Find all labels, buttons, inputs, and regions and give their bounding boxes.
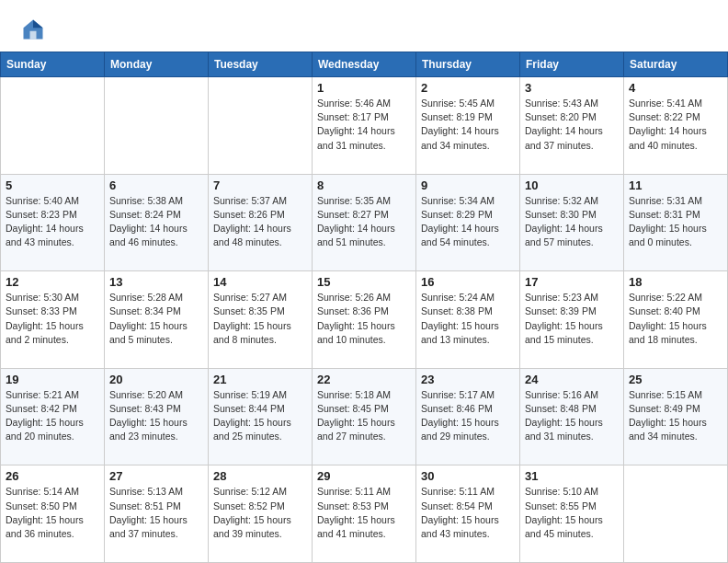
day-number: 27 bbox=[109, 469, 203, 483]
day-cell-5: 5Sunrise: 5:40 AMSunset: 8:23 PMDaylight… bbox=[1, 174, 105, 271]
day-number: 18 bbox=[629, 275, 722, 289]
day-info: Sunrise: 5:41 AMSunset: 8:22 PMDaylight:… bbox=[629, 97, 722, 153]
day-number: 11 bbox=[629, 178, 722, 192]
page: SundayMondayTuesdayWednesdayThursdayFrid… bbox=[0, 0, 728, 563]
day-info: Sunrise: 5:18 AMSunset: 8:45 PMDaylight:… bbox=[317, 388, 411, 444]
empty-cell bbox=[624, 465, 728, 563]
day-cell-26: 26Sunrise: 5:14 AMSunset: 8:50 PMDayligh… bbox=[1, 465, 105, 563]
day-cell-11: 11Sunrise: 5:31 AMSunset: 8:31 PMDayligh… bbox=[624, 174, 728, 271]
day-info: Sunrise: 5:45 AMSunset: 8:19 PMDaylight:… bbox=[421, 97, 515, 153]
day-info: Sunrise: 5:10 AMSunset: 8:55 PMDaylight:… bbox=[525, 485, 619, 541]
logo bbox=[20, 17, 50, 42]
day-number: 30 bbox=[421, 469, 515, 483]
day-cell-18: 18Sunrise: 5:22 AMSunset: 8:40 PMDayligh… bbox=[624, 271, 728, 369]
empty-cell bbox=[209, 77, 313, 175]
day-cell-2: 2Sunrise: 5:45 AMSunset: 8:19 PMDaylight… bbox=[416, 77, 520, 175]
header-day-wednesday: Wednesday bbox=[313, 52, 416, 77]
svg-marker-1 bbox=[33, 20, 43, 29]
header-day-sunday: Sunday bbox=[1, 52, 105, 77]
day-info: Sunrise: 5:43 AMSunset: 8:20 PMDaylight:… bbox=[525, 97, 619, 153]
day-number: 14 bbox=[213, 275, 307, 289]
day-cell-6: 6Sunrise: 5:38 AMSunset: 8:24 PMDaylight… bbox=[105, 174, 209, 271]
logo-icon bbox=[20, 17, 46, 42]
day-number: 13 bbox=[109, 275, 203, 289]
day-cell-10: 10Sunrise: 5:32 AMSunset: 8:30 PMDayligh… bbox=[520, 174, 624, 271]
day-cell-8: 8Sunrise: 5:35 AMSunset: 8:27 PMDaylight… bbox=[313, 174, 416, 271]
day-number: 3 bbox=[525, 81, 619, 95]
day-cell-12: 12Sunrise: 5:30 AMSunset: 8:33 PMDayligh… bbox=[1, 271, 105, 369]
day-cell-17: 17Sunrise: 5:23 AMSunset: 8:39 PMDayligh… bbox=[520, 271, 624, 369]
day-number: 25 bbox=[629, 373, 722, 386]
header-day-saturday: Saturday bbox=[624, 52, 728, 77]
day-number: 26 bbox=[6, 469, 99, 483]
day-number: 16 bbox=[421, 275, 515, 289]
empty-cell bbox=[1, 77, 105, 175]
day-cell-24: 24Sunrise: 5:16 AMSunset: 8:48 PMDayligh… bbox=[520, 368, 624, 465]
day-number: 15 bbox=[317, 275, 411, 289]
week-row-4: 19Sunrise: 5:21 AMSunset: 8:42 PMDayligh… bbox=[1, 368, 728, 465]
day-cell-28: 28Sunrise: 5:12 AMSunset: 8:52 PMDayligh… bbox=[209, 465, 313, 563]
day-cell-15: 15Sunrise: 5:26 AMSunset: 8:36 PMDayligh… bbox=[313, 271, 416, 369]
day-number: 24 bbox=[525, 373, 619, 386]
week-row-5: 26Sunrise: 5:14 AMSunset: 8:50 PMDayligh… bbox=[1, 465, 728, 563]
day-cell-30: 30Sunrise: 5:11 AMSunset: 8:54 PMDayligh… bbox=[416, 465, 520, 563]
day-number: 31 bbox=[525, 469, 619, 483]
day-info: Sunrise: 5:16 AMSunset: 8:48 PMDaylight:… bbox=[525, 388, 619, 444]
day-cell-22: 22Sunrise: 5:18 AMSunset: 8:45 PMDayligh… bbox=[313, 368, 416, 465]
day-info: Sunrise: 5:11 AMSunset: 8:53 PMDaylight:… bbox=[317, 485, 411, 541]
day-cell-9: 9Sunrise: 5:34 AMSunset: 8:29 PMDaylight… bbox=[416, 174, 520, 271]
day-info: Sunrise: 5:17 AMSunset: 8:46 PMDaylight:… bbox=[421, 388, 515, 444]
day-cell-13: 13Sunrise: 5:28 AMSunset: 8:34 PMDayligh… bbox=[105, 271, 209, 369]
day-cell-20: 20Sunrise: 5:20 AMSunset: 8:43 PMDayligh… bbox=[105, 368, 209, 465]
day-info: Sunrise: 5:20 AMSunset: 8:43 PMDaylight:… bbox=[109, 388, 203, 444]
day-info: Sunrise: 5:12 AMSunset: 8:52 PMDaylight:… bbox=[213, 485, 307, 541]
day-number: 8 bbox=[317, 178, 411, 192]
week-row-1: 1Sunrise: 5:46 AMSunset: 8:17 PMDaylight… bbox=[1, 77, 728, 175]
day-number: 29 bbox=[317, 469, 411, 483]
day-cell-7: 7Sunrise: 5:37 AMSunset: 8:26 PMDaylight… bbox=[209, 174, 313, 271]
day-cell-14: 14Sunrise: 5:27 AMSunset: 8:35 PMDayligh… bbox=[209, 271, 313, 369]
day-number: 1 bbox=[317, 81, 411, 95]
day-cell-16: 16Sunrise: 5:24 AMSunset: 8:38 PMDayligh… bbox=[416, 271, 520, 369]
day-number: 6 bbox=[109, 178, 203, 192]
day-number: 12 bbox=[6, 275, 99, 289]
day-number: 22 bbox=[317, 373, 411, 386]
day-cell-23: 23Sunrise: 5:17 AMSunset: 8:46 PMDayligh… bbox=[416, 368, 520, 465]
day-number: 19 bbox=[6, 373, 99, 386]
header-day-thursday: Thursday bbox=[416, 52, 520, 77]
day-cell-3: 3Sunrise: 5:43 AMSunset: 8:20 PMDaylight… bbox=[520, 77, 624, 175]
day-info: Sunrise: 5:38 AMSunset: 8:24 PMDaylight:… bbox=[109, 194, 203, 250]
day-number: 9 bbox=[421, 178, 515, 192]
day-info: Sunrise: 5:35 AMSunset: 8:27 PMDaylight:… bbox=[317, 194, 411, 250]
day-info: Sunrise: 5:24 AMSunset: 8:38 PMDaylight:… bbox=[421, 291, 515, 347]
day-number: 28 bbox=[213, 469, 307, 483]
day-info: Sunrise: 5:31 AMSunset: 8:31 PMDaylight:… bbox=[629, 194, 722, 250]
day-number: 7 bbox=[213, 178, 307, 192]
day-number: 10 bbox=[525, 178, 619, 192]
day-info: Sunrise: 5:37 AMSunset: 8:26 PMDaylight:… bbox=[213, 194, 307, 250]
day-info: Sunrise: 5:19 AMSunset: 8:44 PMDaylight:… bbox=[213, 388, 307, 444]
week-row-3: 12Sunrise: 5:30 AMSunset: 8:33 PMDayligh… bbox=[1, 271, 728, 369]
svg-rect-2 bbox=[30, 31, 37, 40]
header-day-tuesday: Tuesday bbox=[209, 52, 313, 77]
day-number: 5 bbox=[6, 178, 99, 192]
empty-cell bbox=[105, 77, 209, 175]
day-info: Sunrise: 5:26 AMSunset: 8:36 PMDaylight:… bbox=[317, 291, 411, 347]
day-info: Sunrise: 5:22 AMSunset: 8:40 PMDaylight:… bbox=[629, 291, 722, 347]
day-info: Sunrise: 5:34 AMSunset: 8:29 PMDaylight:… bbox=[421, 194, 515, 250]
day-cell-1: 1Sunrise: 5:46 AMSunset: 8:17 PMDaylight… bbox=[313, 77, 416, 175]
day-cell-31: 31Sunrise: 5:10 AMSunset: 8:55 PMDayligh… bbox=[520, 465, 624, 563]
header-row: SundayMondayTuesdayWednesdayThursdayFrid… bbox=[1, 52, 728, 77]
day-info: Sunrise: 5:30 AMSunset: 8:33 PMDaylight:… bbox=[6, 291, 99, 347]
day-cell-29: 29Sunrise: 5:11 AMSunset: 8:53 PMDayligh… bbox=[313, 465, 416, 563]
day-info: Sunrise: 5:40 AMSunset: 8:23 PMDaylight:… bbox=[6, 194, 99, 250]
day-info: Sunrise: 5:27 AMSunset: 8:35 PMDaylight:… bbox=[213, 291, 307, 347]
week-row-2: 5Sunrise: 5:40 AMSunset: 8:23 PMDaylight… bbox=[1, 174, 728, 271]
day-number: 20 bbox=[109, 373, 203, 386]
day-info: Sunrise: 5:32 AMSunset: 8:30 PMDaylight:… bbox=[525, 194, 619, 250]
header-day-friday: Friday bbox=[520, 52, 624, 77]
day-info: Sunrise: 5:15 AMSunset: 8:49 PMDaylight:… bbox=[629, 388, 722, 444]
day-cell-19: 19Sunrise: 5:21 AMSunset: 8:42 PMDayligh… bbox=[1, 368, 105, 465]
day-info: Sunrise: 5:46 AMSunset: 8:17 PMDaylight:… bbox=[317, 97, 411, 153]
day-info: Sunrise: 5:11 AMSunset: 8:54 PMDaylight:… bbox=[421, 485, 515, 541]
